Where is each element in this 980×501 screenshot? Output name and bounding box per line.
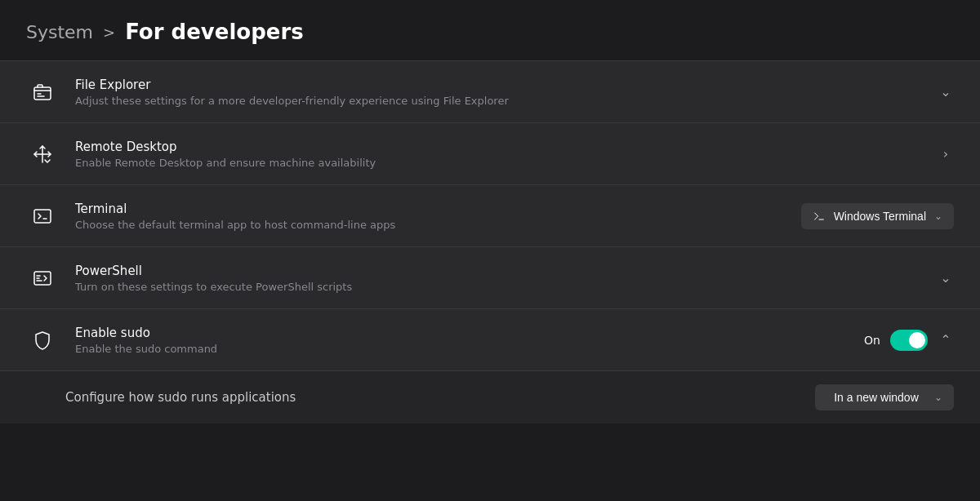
terminal-dropdown-label: Windows Terminal [834,210,926,223]
sudo-toggle[interactable] [890,330,928,351]
terminal-dropdown-btn[interactable]: Windows Terminal ⌄ [801,203,954,229]
remote-desktop-desc: Enable Remote Desktop and ensure machine… [75,157,938,169]
toggle-knob [909,332,925,348]
terminal-icon [26,200,59,233]
sudo-config-dropdown-chevron: ⌄ [934,392,942,403]
page-title: For developers [125,20,304,44]
file-explorer-control[interactable]: ⌄ [938,84,954,100]
remote-desktop-text: Remote Desktop Enable Remote Desktop and… [75,140,938,169]
file-explorer-desc: Adjust these settings for a more develop… [75,95,938,107]
terminal-desc: Choose the default terminal app to host … [75,219,801,231]
remote-desktop-title: Remote Desktop [75,140,938,154]
powershell-text: PowerShell Turn on these settings to exe… [75,264,938,293]
sudo-expand-chevron-icon: ⌃ [938,332,954,348]
terminal-text: Terminal Choose the default terminal app… [75,202,801,231]
enable-sudo-text: Enable sudo Enable the sudo command [75,326,864,355]
terminal-dropdown-icon [813,210,826,223]
setting-item-file-explorer[interactable]: File Explorer Adjust these settings for … [0,60,980,122]
powershell-desc: Turn on these settings to execute PowerS… [75,281,938,293]
remote-desktop-icon [26,138,59,171]
sudo-config-text: Configure how sudo runs applications [65,390,815,405]
shield-icon [26,324,59,357]
chevron-right-icon: › [938,146,954,162]
remote-desktop-control[interactable]: › [938,146,954,162]
sudo-config-label: Configure how sudo runs applications [65,390,815,405]
terminal-control[interactable]: Windows Terminal ⌄ [801,203,954,229]
file-explorer-text: File Explorer Adjust these settings for … [75,78,938,107]
terminal-dropdown-chevron: ⌄ [934,211,942,222]
on-label: On [864,334,880,347]
system-link[interactable]: System [26,22,93,42]
page-header: System > For developers [0,0,980,60]
enable-sudo-desc: Enable the sudo command [75,343,864,355]
svg-rect-0 [34,87,51,100]
file-explorer-icon [26,76,59,109]
powershell-icon [26,262,59,295]
header-chevron: > [103,24,115,41]
enable-sudo-title: Enable sudo [75,326,864,340]
setting-item-sudo-config[interactable]: Configure how sudo runs applications In … [0,370,980,423]
powershell-title: PowerShell [75,264,938,278]
powershell-chevron-down-icon: ⌄ [938,270,954,286]
file-explorer-title: File Explorer [75,78,938,92]
setting-item-terminal[interactable]: Terminal Choose the default terminal app… [0,184,980,246]
chevron-down-icon: ⌄ [938,84,954,100]
sudo-config-control[interactable]: In a new window ⌄ [815,384,954,410]
terminal-title: Terminal [75,202,801,216]
powershell-control[interactable]: ⌄ [938,270,954,286]
setting-item-remote-desktop[interactable]: Remote Desktop Enable Remote Desktop and… [0,122,980,184]
sudo-config-dropdown-btn[interactable]: In a new window ⌄ [815,384,954,410]
sudo-config-dropdown-label: In a new window [826,391,926,404]
svg-rect-3 [34,210,51,223]
enable-sudo-control[interactable]: On ⌃ [864,330,954,351]
settings-list: File Explorer Adjust these settings for … [0,60,980,423]
setting-item-enable-sudo[interactable]: Enable sudo Enable the sudo command On ⌃ [0,308,980,370]
setting-item-powershell[interactable]: PowerShell Turn on these settings to exe… [0,246,980,308]
